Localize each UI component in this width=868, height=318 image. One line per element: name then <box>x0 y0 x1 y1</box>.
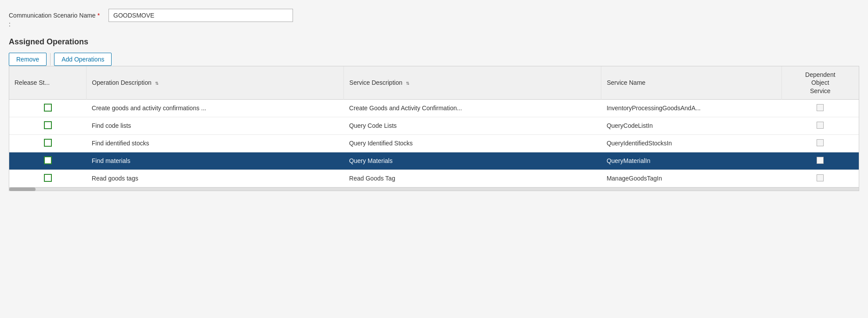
col-header-svc-desc: Service Description ⇅ <box>344 66 601 99</box>
row-dep-obj <box>781 170 859 187</box>
sort-icon-op-desc[interactable]: ⇅ <box>155 81 159 86</box>
dep-obj-checkbox[interactable] <box>817 139 824 146</box>
row-svc-name: InventoryProcessingGoodsAndA... <box>601 99 781 117</box>
table-row[interactable]: Create goods and activity confirmations … <box>9 99 859 117</box>
row-dep-obj <box>781 117 859 134</box>
table-row[interactable]: Find code lists Query Code Lists QueryCo… <box>9 117 859 134</box>
row-release-cell <box>9 117 87 134</box>
row-release-cell <box>9 134 87 152</box>
row-checkbox[interactable] <box>44 156 52 164</box>
toolbar: Remove Add Operations <box>9 53 859 66</box>
table-row[interactable]: Read goods tags Read Goods Tag ManageGoo… <box>9 170 859 187</box>
operations-table-wrapper: Release St... Operation Description ⇅ Se… <box>9 66 859 191</box>
row-op-desc: Find code lists <box>87 117 344 134</box>
dep-obj-checkbox[interactable] <box>817 174 824 181</box>
table-row[interactable]: Find materials Query Materials QueryMate… <box>9 152 859 170</box>
add-operations-button[interactable]: Add Operations <box>54 53 112 66</box>
scrollbar-thumb[interactable] <box>9 188 36 191</box>
required-star: * <box>98 12 100 19</box>
row-op-desc: Read goods tags <box>87 170 344 187</box>
section-title: Assigned Operations <box>9 37 859 47</box>
remove-button[interactable]: Remove <box>9 53 47 66</box>
row-release-cell <box>9 99 87 117</box>
toolbar-divider <box>50 53 51 65</box>
scenario-name-input[interactable]: GOODSMOVE <box>108 9 293 22</box>
row-op-desc: Find materials <box>87 152 344 170</box>
row-svc-name: QueryMaterialIn <box>601 152 781 170</box>
table-header-row: Release St... Operation Description ⇅ Se… <box>9 66 859 99</box>
operations-table: Release St... Operation Description ⇅ Se… <box>9 66 859 187</box>
col-header-release: Release St... <box>9 66 87 99</box>
row-release-cell <box>9 152 87 170</box>
col-header-op-desc: Operation Description ⇅ <box>87 66 344 99</box>
row-dep-obj <box>781 134 859 152</box>
assigned-operations-section: Assigned Operations Remove Add Operation… <box>9 37 859 191</box>
row-svc-desc: Query Identified Stocks <box>344 134 601 152</box>
row-svc-desc: Query Materials <box>344 152 601 170</box>
col-header-svc-name: Service Name <box>601 66 781 99</box>
row-op-desc: Find identified stocks <box>87 134 344 152</box>
form-section: Communication Scenario Name*: GOODSMOVE <box>9 9 859 29</box>
dep-obj-checkbox[interactable] <box>817 122 824 129</box>
row-checkbox[interactable] <box>44 139 52 147</box>
dep-obj-checkbox[interactable] <box>817 104 824 111</box>
row-svc-name: QueryCodeListIn <box>601 117 781 134</box>
row-dep-obj <box>781 152 859 170</box>
row-release-cell <box>9 170 87 187</box>
row-op-desc: Create goods and activity confirmations … <box>87 99 344 117</box>
row-checkbox[interactable] <box>44 174 52 182</box>
row-checkbox[interactable] <box>44 121 52 129</box>
dep-obj-checkbox[interactable] <box>817 157 824 164</box>
sort-icon-svc-desc[interactable]: ⇅ <box>406 81 409 86</box>
field-label: Communication Scenario Name*: <box>9 9 100 29</box>
horizontal-scrollbar[interactable] <box>9 187 859 191</box>
table-row[interactable]: Find identified stocks Query Identified … <box>9 134 859 152</box>
row-svc-desc: Query Code Lists <box>344 117 601 134</box>
col-header-dep-obj: DependentObjectService <box>781 66 859 99</box>
page-container: Communication Scenario Name*: GOODSMOVE … <box>9 9 859 191</box>
row-checkbox[interactable] <box>44 104 52 112</box>
row-dep-obj <box>781 99 859 117</box>
row-svc-name: QueryIdentifiedStocksIn <box>601 134 781 152</box>
row-svc-desc: Create Goods and Activity Confirmation..… <box>344 99 601 117</box>
row-svc-name: ManageGoodsTagIn <box>601 170 781 187</box>
row-svc-desc: Read Goods Tag <box>344 170 601 187</box>
